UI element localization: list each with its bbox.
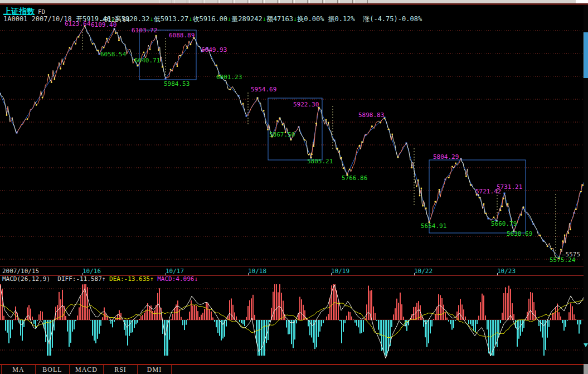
price-pivot-label: 6049.93 bbox=[201, 47, 227, 53]
macd-chart-panel[interactable] bbox=[0, 282, 588, 364]
date-axis-label: 10/19 bbox=[331, 268, 349, 275]
date-axis-tick bbox=[248, 273, 249, 275]
macd-indicator-readout: MACD(26,12,9) DIFF:-11.587↑ DEA:-13.635↑… bbox=[2, 275, 198, 282]
quote-info-segment: ↓ bbox=[111, 15, 115, 23]
quote-info-segment: 涨(-4.75)-0.08% bbox=[363, 15, 422, 23]
price-pivot-label: 5638.69 bbox=[507, 231, 532, 237]
tab-dmi[interactable]: DMI bbox=[138, 365, 172, 374]
tab-ma[interactable]: MA bbox=[2, 365, 36, 374]
date-axis-label: 10/17 bbox=[166, 268, 184, 275]
quote-info-segment: 开5919.46 bbox=[76, 15, 111, 23]
date-axis-label: 10/18 bbox=[248, 268, 266, 275]
indicator-tab-bar: MABOLLMACDRSIDMI bbox=[0, 364, 588, 374]
quote-info-line: 1A0001 2007/10/18 开5919.46↓高5920.32↓低591… bbox=[3, 14, 422, 24]
quote-info-segment: 低5913.27 bbox=[154, 15, 189, 23]
date-axis-label: 10/22 bbox=[414, 268, 433, 275]
price-pivot-label: 5898.83 bbox=[358, 112, 384, 118]
price-pivot-label: 5922.30 bbox=[293, 101, 319, 108]
date-axis-tick bbox=[497, 273, 498, 275]
window-resize-corner bbox=[584, 364, 588, 374]
quote-info-segment: ↓ bbox=[263, 15, 266, 23]
tab-boll[interactable]: BOLL bbox=[36, 365, 70, 374]
quote-info-segment: 量289242 bbox=[231, 15, 262, 23]
quote-info-segment: ↓ bbox=[149, 15, 153, 23]
quote-info-segment: 1A0001 2007/10/18 bbox=[3, 15, 76, 23]
price-pivot-label: 5654.91 bbox=[421, 223, 446, 229]
quote-info-segment: 振0.12% bbox=[328, 15, 363, 23]
price-pivot-label: 5867.50 bbox=[269, 132, 295, 138]
price-pivot-label: 6088.89 bbox=[169, 32, 195, 38]
price-label-layer: 6123.646109.40—6123.646103.726088.896058… bbox=[0, 0, 588, 266]
price-pivot-label: 5984.53 bbox=[164, 81, 189, 87]
date-axis-label: 10/16 bbox=[82, 268, 101, 275]
vertical-scrollbar[interactable] bbox=[584, 5, 588, 364]
date-axis-tick bbox=[331, 273, 332, 275]
date-axis-label: 2007/10/15 bbox=[2, 268, 39, 275]
price-pivot-label: 5954.69 bbox=[251, 86, 276, 93]
price-pivot-label: 5731.21 bbox=[497, 184, 522, 190]
date-axis: 2007/10/1510/1610/1710/1810/1910/2210/23 bbox=[0, 266, 588, 276]
quote-info-segment: 额47163 bbox=[266, 15, 293, 23]
scrollbar-thumb[interactable] bbox=[584, 32, 588, 78]
quote-info-segment: 收5916.00 bbox=[192, 15, 227, 23]
price-pivot-label: 5766.86 bbox=[342, 175, 367, 181]
price-chart-panel[interactable]: 6123.646109.40—6123.646103.726088.896058… bbox=[0, 5, 588, 266]
price-pivot-label: 6058.54 bbox=[100, 51, 126, 57]
price-pivot-label: 5804.29 bbox=[433, 154, 459, 160]
quote-info-segment: 换0.00% bbox=[297, 15, 328, 23]
quote-info-segment: 高5920.32 bbox=[115, 15, 150, 23]
price-pivot-label: —5575 bbox=[562, 251, 580, 258]
date-axis-label: 10/23 bbox=[497, 268, 516, 275]
tab-macd[interactable]: MACD bbox=[70, 365, 104, 374]
tab-rsi[interactable]: RSI bbox=[104, 365, 138, 374]
date-axis-tick bbox=[414, 273, 415, 275]
stock-app-window: 6123.646109.40—6123.646103.726088.896058… bbox=[0, 0, 588, 374]
price-pivot-label: 6103.72 bbox=[132, 27, 157, 33]
scrollbar-down-arrow-icon[interactable] bbox=[584, 343, 588, 347]
price-pivot-label: 6040.71 bbox=[134, 57, 160, 64]
price-pivot-label: 5660.79 bbox=[491, 221, 517, 227]
price-pivot-label: 5805.21 bbox=[307, 158, 333, 164]
macd-chart-canvas bbox=[0, 282, 588, 364]
price-pivot-label: 6001.23 bbox=[216, 74, 242, 80]
